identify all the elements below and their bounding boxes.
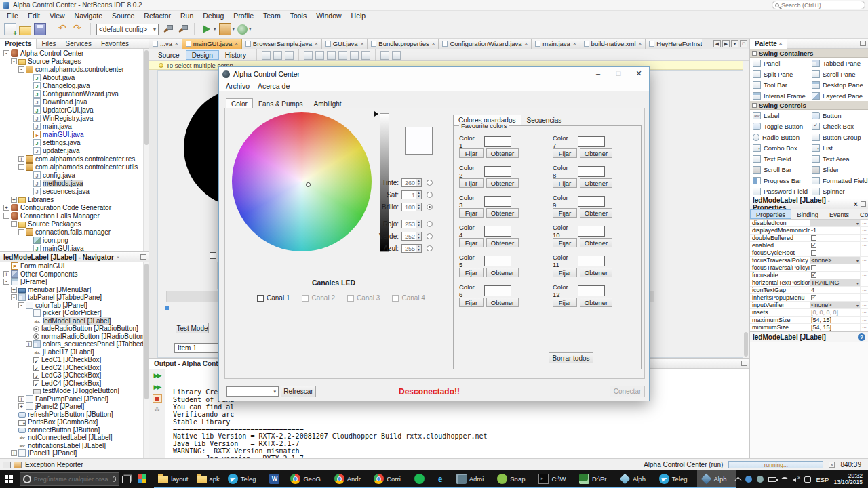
panel-tab[interactable]: Files (37, 39, 60, 49)
expander-icon[interactable] (11, 197, 17, 203)
taskbar-app-button[interactable]: Teleg... (655, 470, 697, 488)
editor-tab[interactable]: Bundle.properties × (368, 39, 439, 49)
palette-item[interactable]: Button (809, 110, 868, 121)
expander-icon[interactable] (3, 213, 9, 219)
checkbox-icon[interactable] (811, 272, 816, 278)
get-color-button[interactable]: Obtener (486, 268, 519, 277)
taskbar-app-button[interactable]: D:\Pr... (575, 470, 616, 488)
property-row[interactable]: doubleBuffered … (750, 235, 868, 242)
tray-expand-icon[interactable] (735, 477, 742, 484)
tree-item[interactable]: LedC2 [JCheckBox] (0, 364, 149, 372)
menu-item[interactable]: File (2, 12, 23, 20)
tree-item[interactable]: com.alphamods.controlcenter.utils (0, 163, 149, 171)
align-left-icon[interactable] (304, 51, 313, 60)
maximize-editor-icon[interactable]: □ (740, 40, 747, 47)
expander-icon[interactable] (18, 66, 24, 73)
expander-icon[interactable] (18, 164, 24, 170)
new-file-icon[interactable] (4, 23, 16, 35)
property-value[interactable] (810, 235, 860, 241)
editor-tab[interactable]: BrowserSample.java × (242, 39, 322, 49)
get-color-button[interactable]: Obtener (580, 208, 612, 218)
spin-down-icon[interactable]: ▼ (416, 236, 421, 240)
palette-item[interactable]: Radio Button (750, 131, 809, 142)
expander-icon[interactable] (3, 205, 9, 211)
property-row[interactable]: minimumSize [54, 15] … (750, 324, 868, 331)
design-test-mode-button[interactable]: Test Mode (176, 323, 209, 333)
led-channel-checkbox[interactable]: Canal 4 (392, 294, 425, 302)
palette-item[interactable]: Formatted Field (809, 175, 868, 186)
scroll-tabs-left-icon[interactable]: ◀ (713, 40, 721, 47)
config-combobox[interactable]: <default config>▾ (96, 24, 159, 35)
palette-section-header[interactable]: - Swing Containers (750, 49, 868, 58)
get-color-button[interactable]: Obtener (486, 208, 519, 218)
same-size-horizontal-icon[interactable] (380, 51, 389, 60)
menu-item[interactable]: Run (176, 12, 198, 20)
palette-item[interactable]: Panel (750, 58, 809, 68)
property-editor-button[interactable]: … (860, 287, 868, 293)
property-value[interactable] (810, 220, 860, 226)
property-row[interactable]: disabledIcon … (750, 220, 868, 227)
view-toggle-button[interactable]: Source (152, 50, 186, 60)
set-color-button[interactable]: Fijar (459, 298, 484, 307)
palette-item[interactable]: Text Field (750, 153, 809, 164)
editor-tab[interactable]: main.java × (532, 39, 580, 49)
tree-item[interactable]: ledModeLabel [JLabel] (0, 317, 149, 325)
property-row[interactable]: insets [0, 0, 0, 0] … (750, 309, 868, 317)
get-color-button[interactable]: Obtener (580, 148, 612, 158)
taskbar-app-button[interactable]: GeoG... (286, 470, 330, 488)
property-editor-button[interactable]: … (860, 317, 868, 323)
property-value[interactable] (810, 264, 860, 271)
clear-all-button[interactable]: Borrar todos (549, 352, 593, 363)
palette-item[interactable]: Progress Bar (750, 175, 809, 186)
palette-item[interactable]: Check Box (809, 121, 868, 131)
keyboard-language[interactable]: ESP (816, 476, 829, 483)
property-value[interactable]: <none> (810, 302, 860, 308)
editor-tab[interactable]: GUI.java × (322, 39, 368, 49)
set-color-button[interactable]: Fijar (459, 178, 484, 188)
set-color-button[interactable]: Fijar (459, 268, 484, 277)
tree-item[interactable]: colorTab [JPanel] (0, 302, 149, 310)
minimize-panel-icon[interactable] (861, 201, 866, 207)
expander-icon[interactable] (18, 229, 24, 235)
profile-project-icon[interactable] (237, 24, 248, 35)
expander-icon[interactable] (18, 403, 24, 409)
tree-item[interactable]: WinRegistry.java (0, 114, 149, 122)
property-editor-button[interactable]: … (860, 294, 868, 301)
mode-radio-button[interactable] (427, 180, 433, 186)
taskbar-app-button[interactable]: Alph... (697, 470, 736, 488)
close-icon[interactable]: × (854, 201, 858, 208)
property-editor-button[interactable]: … (860, 235, 868, 241)
menu-item[interactable]: Profile (229, 12, 258, 20)
palette-item[interactable]: Scroll Bar (750, 164, 809, 175)
dialog-titlebar[interactable]: Alpha Control Center – □ ✕ (219, 67, 649, 81)
navigator-scrollbar[interactable] (143, 262, 149, 458)
search-input[interactable] (781, 2, 862, 9)
taskbar-app-button[interactable]: C:\W... (534, 470, 575, 488)
tray-app-icon[interactable] (757, 476, 764, 483)
checkbox-icon[interactable] (811, 295, 816, 300)
tree-item[interactable]: testMode [JToggleButton] (0, 387, 149, 395)
tree-item[interactable]: settings.java (0, 138, 149, 146)
tree-item[interactable]: Form mainGUI (0, 262, 149, 270)
collapse-section-icon[interactable]: - (752, 51, 757, 56)
taskbar-app-button[interactable]: Alph... (616, 470, 655, 488)
scroll-tabs-right-icon[interactable]: ▶ (722, 40, 730, 47)
set-color-button[interactable]: Fijar (553, 178, 577, 188)
tree-item[interactable]: refreshPortsButton [JButton] (0, 411, 149, 419)
cancel-task-icon[interactable]: × (829, 462, 835, 468)
brightness-slider-marker[interactable] (374, 111, 378, 117)
battery-icon[interactable] (768, 477, 776, 482)
expander-icon[interactable] (18, 156, 24, 162)
mode-radio-button[interactable] (427, 245, 433, 251)
window-restore-icon[interactable] (3, 462, 11, 468)
close-tab-icon[interactable]: × (639, 41, 642, 47)
property-value[interactable] (810, 249, 860, 256)
exception-reporter-icon[interactable] (14, 462, 22, 468)
property-value[interactable]: -1 (810, 227, 860, 234)
rerun-icon[interactable]: ▶▶ (153, 371, 162, 380)
taskbar-app-button[interactable] (410, 470, 431, 488)
build-project-icon[interactable] (161, 23, 174, 35)
spin-down-icon[interactable]: ▼ (416, 248, 421, 252)
close-icon[interactable]: × (779, 41, 783, 47)
taskbar-app-button[interactable]: Admi... (452, 470, 494, 488)
